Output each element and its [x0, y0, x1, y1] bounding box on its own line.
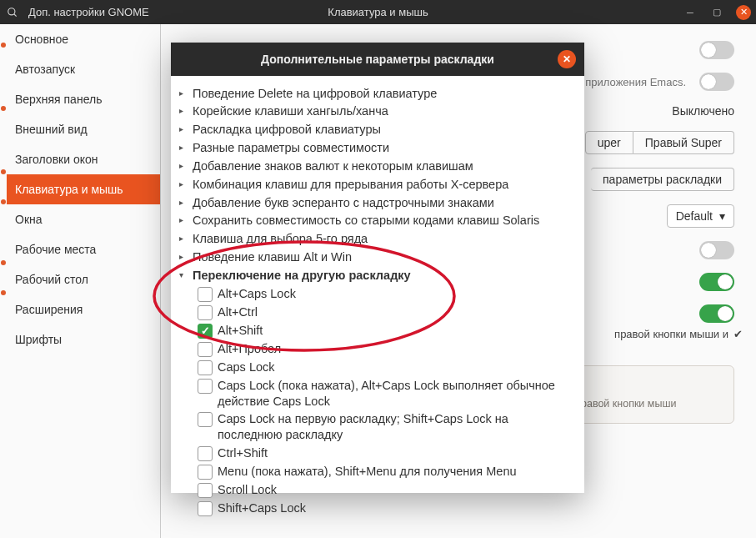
dialog-title: Дополнительные параметры раскладки [261, 53, 494, 66]
tri-right-icon: ▸ [179, 213, 188, 228]
checkbox[interactable] [198, 287, 213, 302]
search-icon[interactable] [0, 7, 25, 18]
switch-emacs[interactable] [699, 73, 734, 91]
sidebar-item-fonts[interactable]: Шрифты [7, 324, 160, 354]
sidebar-item-general[interactable]: Основное [7, 24, 160, 54]
group-switch-layout[interactable]: ▾Переключение на другую раскладку [176, 266, 579, 284]
checkbox[interactable] [198, 305, 213, 320]
titlebar: Доп. настройки GNOME Клавиатура и мышь ─… [0, 0, 756, 24]
svg-line-1 [14, 13, 17, 16]
group-currency[interactable]: ▸Добавление знаков валют к некоторым кла… [176, 157, 579, 175]
sidebar-item-keyboard-mouse[interactable]: Клавиатура и мышь [7, 174, 160, 204]
sidebar-item-startup[interactable]: Автозапуск [7, 54, 160, 84]
checkbox[interactable] [198, 412, 213, 427]
sidebar: Основное Автозапуск Верхняя панель Внешн… [7, 24, 161, 538]
switch-4[interactable] [699, 273, 734, 291]
app-title: Доп. настройки GNOME [25, 6, 149, 18]
option-scroll-lock[interactable]: Scroll Lock [176, 481, 579, 500]
switch-1[interactable] [699, 41, 734, 59]
dialog-header: Дополнительные параметры раскладки ✕ [171, 43, 584, 76]
checkbox[interactable] [198, 483, 213, 498]
tri-right-icon: ▸ [179, 140, 188, 155]
group-korean[interactable]: ▸Корейские клавиши хангыль/ханча [176, 103, 579, 121]
checkbox[interactable] [198, 446, 213, 461]
sidebar-item-workspaces[interactable]: Рабочие места [7, 234, 160, 264]
check-icon: ✔ [733, 328, 743, 340]
checkbox[interactable] [198, 379, 213, 394]
tri-right-icon: ▸ [179, 231, 188, 246]
minimize-button[interactable]: ─ [683, 5, 698, 20]
default-combo[interactable]: Default ▾ [667, 204, 734, 228]
dialog-close-button[interactable]: ✕ [558, 50, 576, 68]
checkbox[interactable] [198, 360, 213, 375]
group-numpad-layout[interactable]: ▸Раскладка цифровой клавиатуры [176, 121, 579, 139]
group-alt-win[interactable]: ▸Поведение клавиш Alt и Win [176, 249, 579, 267]
group-5th-level[interactable]: ▸Клавиша для выбора 5-го ряда [176, 230, 579, 249]
combo-value: Default [676, 209, 713, 223]
option-alt-shift[interactable]: Alt+Shift [176, 321, 579, 339]
svg-point-0 [8, 8, 15, 14]
page-title: Клавиатура и мышь [328, 6, 428, 18]
extra-layout-params-button[interactable]: параметры раскладки [591, 168, 734, 191]
tri-right-icon: ▸ [179, 86, 188, 101]
maximize-button[interactable]: ▢ [709, 5, 724, 20]
switch-5[interactable] [699, 304, 734, 323]
super-key-group: uper Правый Super [585, 131, 734, 154]
group-misc-compat[interactable]: ▸Разные параметры совместимости [176, 139, 579, 158]
checkbox[interactable] [198, 465, 213, 480]
tri-down-icon: ▾ [179, 268, 188, 283]
option-shift-capslock[interactable]: Shift+Caps Lock [176, 500, 579, 518]
super-right-button[interactable]: Правый Super [633, 131, 734, 154]
super-left-button[interactable]: uper [585, 131, 633, 154]
option-ctrl-shift[interactable]: Ctrl+Shift [176, 445, 579, 463]
emacs-hint: приложения Emacs. [585, 76, 686, 88]
option-alt-ctrl[interactable]: Alt+Ctrl [176, 303, 579, 321]
checkbox[interactable] [198, 501, 213, 516]
disabled-label: Выключено [672, 104, 734, 118]
tri-right-icon: ▸ [179, 158, 188, 173]
option-alt-space[interactable]: Alt+Пробел [176, 339, 579, 358]
checkbox[interactable] [198, 342, 213, 357]
group-delete-numpad[interactable]: ▸Поведение Delete на цифровой клавиатуре [176, 84, 579, 103]
close-button[interactable]: ✕ [736, 5, 751, 20]
tri-right-icon: ▸ [179, 122, 188, 137]
sidebar-item-appearance[interactable]: Внешний вид [7, 114, 160, 144]
layout-options-dialog: Дополнительные параметры раскладки ✕ ▸По… [171, 43, 584, 493]
activity-rail [0, 24, 7, 538]
tri-right-icon: ▸ [179, 195, 188, 210]
chevron-down-icon: ▾ [719, 209, 725, 223]
sidebar-item-window-titles[interactable]: Заголовки окон [7, 144, 160, 174]
switch-3[interactable] [699, 241, 734, 259]
group-esperanto[interactable]: ▸Добавление букв эсперанто с надстрочным… [176, 194, 579, 212]
sidebar-item-desktop[interactable]: Рабочий стол [7, 264, 160, 294]
window-controls: ─ ▢ ✕ [683, 5, 751, 20]
group-solaris[interactable]: ▸Сохранить совместимость со старыми кода… [176, 212, 579, 230]
sidebar-item-windows[interactable]: Окна [7, 204, 160, 234]
tri-right-icon: ▸ [179, 249, 188, 264]
sidebar-item-extensions[interactable]: Расширения [7, 294, 160, 324]
option-alt-capslock[interactable]: Alt+Caps Lock [176, 284, 579, 303]
option-capslock-held[interactable]: Caps Lock (пока нажата), Alt+Caps Lock в… [176, 376, 579, 410]
checkbox[interactable] [198, 324, 213, 339]
option-capslock-first[interactable]: Caps Lock на первую раскладку; Shift+Cap… [176, 410, 579, 445]
sidebar-item-topbar[interactable]: Верхняя панель [7, 84, 160, 114]
tri-right-icon: ▸ [179, 177, 188, 192]
tri-right-icon: ▸ [179, 103, 188, 118]
option-menu-held[interactable]: Menu (пока нажата), Shift+Menu для получ… [176, 463, 579, 481]
option-capslock[interactable]: Caps Lock [176, 358, 579, 376]
group-xkill[interactable]: ▸Комбинация клавиш для прерывания работы… [176, 175, 579, 194]
dialog-body: ▸Поведение Delete на цифровой клавиатуре… [171, 76, 584, 493]
